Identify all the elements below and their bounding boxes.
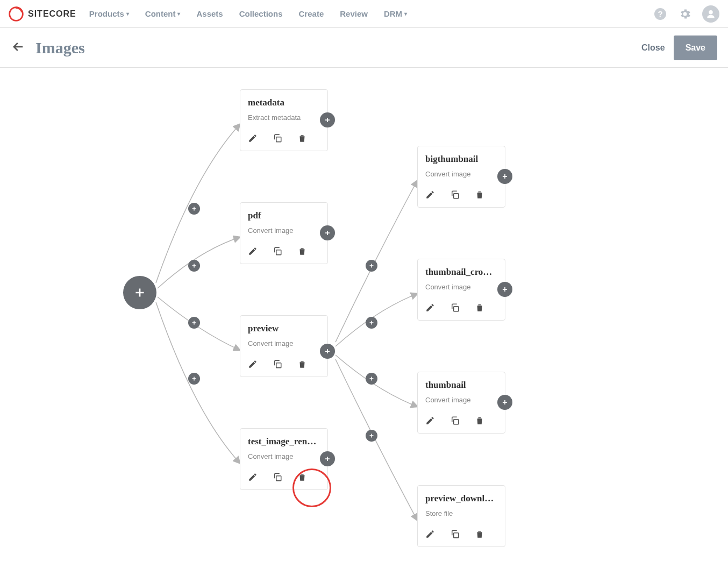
svg-rect-10	[454, 420, 459, 424]
edge-add-button[interactable]	[366, 260, 377, 272]
node-title: pdf	[248, 210, 320, 221]
copy-icon[interactable]	[450, 190, 460, 202]
nav-review-label: Review	[340, 9, 368, 18]
edge-add-button[interactable]	[366, 317, 377, 329]
node-add-child-button[interactable]	[320, 344, 335, 359]
edit-icon[interactable]	[425, 529, 435, 541]
edit-icon[interactable]	[248, 133, 258, 145]
node-subtitle: Convert image	[248, 339, 320, 347]
nav-create-label: Create	[299, 9, 324, 18]
delete-icon[interactable]	[297, 133, 307, 145]
help-icon[interactable]: ?	[653, 6, 668, 22]
svg-rect-6	[276, 363, 281, 368]
node-thumbnail[interactable]: thumbnail Convert image	[417, 372, 505, 434]
caret-down-icon: ▾	[404, 11, 407, 17]
caret-down-icon: ▾	[177, 11, 180, 17]
node-thumbnail-cro[interactable]: thumbnail_cro… Convert image	[417, 259, 505, 321]
node-bigthumbnail[interactable]: bigthumbnail Convert image	[417, 146, 505, 208]
node-preview[interactable]: preview Convert image	[240, 315, 328, 377]
nav-assets[interactable]: Assets	[196, 9, 223, 18]
node-add-child-button[interactable]	[320, 112, 335, 127]
root-add-node[interactable]	[123, 276, 156, 309]
node-title: metadata	[248, 97, 320, 108]
nav-content[interactable]: Content▾	[145, 9, 181, 18]
subheader-actions: Close Save	[641, 36, 717, 60]
settings-icon[interactable]	[677, 6, 693, 22]
delete-icon[interactable]	[475, 190, 484, 202]
node-subtitle: Convert image	[425, 396, 497, 404]
sitecore-logo-icon	[9, 6, 24, 22]
node-subtitle: Store file	[425, 509, 497, 517]
node-title: thumbnail	[425, 380, 497, 390]
node-test-image-ren[interactable]: test_image_ren… Convert image	[240, 428, 328, 490]
edit-icon[interactable]	[425, 303, 435, 315]
svg-rect-7	[276, 476, 281, 481]
nav-drm-label: DRM	[384, 9, 402, 18]
delete-icon[interactable]	[475, 416, 484, 428]
edit-icon[interactable]	[248, 472, 258, 484]
copy-icon[interactable]	[273, 359, 282, 371]
delete-icon[interactable]	[297, 246, 307, 258]
node-title: thumbnail_cro…	[425, 267, 497, 278]
copy-icon[interactable]	[450, 303, 460, 315]
svg-rect-11	[454, 533, 459, 538]
node-pdf[interactable]: pdf Convert image	[240, 202, 328, 264]
node-subtitle: Convert image	[425, 170, 497, 178]
node-add-child-button[interactable]	[320, 451, 335, 466]
edge-add-button[interactable]	[188, 203, 200, 215]
delete-icon[interactable]	[297, 472, 307, 484]
edge-add-button[interactable]	[366, 373, 377, 385]
node-add-child-button[interactable]	[497, 395, 512, 410]
back-arrow-icon[interactable]	[11, 39, 26, 56]
nav-create[interactable]: Create	[299, 9, 324, 18]
copy-icon[interactable]	[273, 133, 282, 145]
nav-items: Products▾ Content▾ Assets Collections Cr…	[89, 9, 407, 18]
user-avatar[interactable]	[702, 5, 719, 23]
node-metadata[interactable]: metadata Extract metadata	[240, 89, 328, 151]
node-title: test_image_ren…	[248, 436, 320, 447]
edge-add-button[interactable]	[366, 430, 377, 442]
nav-content-label: Content	[145, 9, 176, 18]
nav-products-label: Products	[89, 9, 124, 18]
copy-icon[interactable]	[273, 472, 282, 484]
svg-rect-4	[276, 137, 281, 142]
nav-assets-label: Assets	[196, 9, 223, 18]
nav-collections[interactable]: Collections	[239, 9, 283, 18]
edit-icon[interactable]	[425, 416, 435, 428]
node-add-child-button[interactable]	[320, 225, 335, 240]
svg-rect-9	[454, 307, 459, 311]
edge-add-button[interactable]	[188, 373, 200, 385]
edit-icon[interactable]	[248, 359, 258, 371]
edge-add-button[interactable]	[188, 260, 200, 272]
caret-down-icon: ▾	[126, 11, 129, 17]
copy-icon[interactable]	[450, 416, 460, 428]
node-actions	[425, 529, 497, 541]
node-actions	[425, 303, 497, 315]
node-actions	[425, 190, 497, 202]
svg-rect-8	[454, 194, 459, 198]
nav-products[interactable]: Products▾	[89, 9, 129, 18]
copy-icon[interactable]	[273, 246, 282, 258]
edit-icon[interactable]	[248, 246, 258, 258]
svg-point-3	[709, 10, 713, 14]
node-title: bigthumbnail	[425, 154, 497, 165]
copy-icon[interactable]	[450, 529, 460, 541]
svg-text:?: ?	[658, 9, 662, 18]
nav-review[interactable]: Review	[340, 9, 368, 18]
node-add-child-button[interactable]	[497, 282, 512, 297]
edge-add-button[interactable]	[188, 317, 200, 329]
nav-drm[interactable]: DRM▾	[384, 9, 407, 18]
top-nav: SITECORE Products▾ Content▾ Assets Colle…	[0, 0, 728, 28]
close-button[interactable]: Close	[641, 43, 665, 53]
node-preview-downl[interactable]: preview_downl… Store file	[417, 485, 505, 547]
page-subheader: Images Close Save	[0, 28, 728, 68]
save-button[interactable]: Save	[674, 36, 717, 60]
delete-icon[interactable]	[475, 529, 484, 541]
node-actions	[248, 246, 320, 258]
delete-icon[interactable]	[475, 303, 484, 315]
edit-icon[interactable]	[425, 190, 435, 202]
delete-icon[interactable]	[297, 359, 307, 371]
node-subtitle: Convert image	[425, 283, 497, 291]
svg-rect-5	[276, 250, 281, 255]
node-add-child-button[interactable]	[497, 169, 512, 184]
